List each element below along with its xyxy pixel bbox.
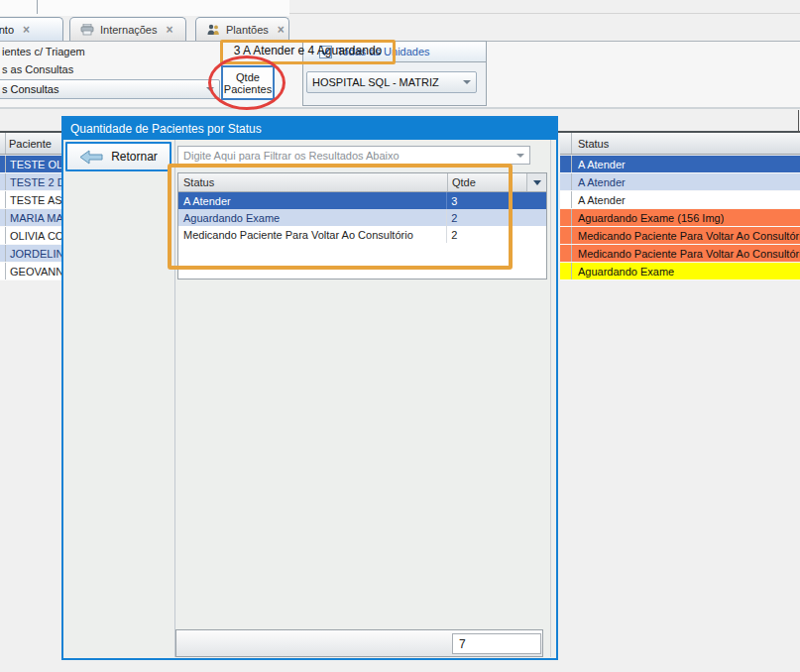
- patient-name: JORDELINO: [6, 248, 61, 260]
- total-count-box: 7: [452, 633, 541, 654]
- patient-name: TESTE ASDA: [6, 194, 61, 206]
- combo-value: s Consultas: [2, 83, 58, 95]
- chevron-down-icon: [463, 80, 471, 84]
- consultas-combobox[interactable]: s Consultas: [0, 79, 220, 99]
- row-indicator-column: [560, 133, 572, 154]
- status-cell: Medicando Paciente Para Voltar Ao Consul…: [178, 226, 447, 243]
- dialog-panel-divider: [174, 140, 175, 657]
- tab-label: imento: [0, 24, 14, 36]
- app-window: imento × Internações × Plantões × ientes…: [0, 0, 800, 672]
- qtde-header-cell[interactable]: Qtde: [448, 173, 526, 191]
- qtde-button-line2: Pacientes: [224, 83, 272, 95]
- table-row[interactable]: Aguardando Exame (156 Img): [560, 209, 800, 227]
- table-row[interactable]: TESTE ASDA: [0, 191, 61, 209]
- table-row[interactable]: A Atender: [560, 191, 800, 209]
- tab-plantoes[interactable]: Plantões ×: [195, 17, 289, 42]
- checkmark-icon: [320, 47, 331, 57]
- status-column-header[interactable]: Status: [560, 133, 800, 155]
- table-row[interactable]: Medicando Paciente Para Voltar Ao Consul…: [178, 226, 546, 243]
- todas-unidades-row[interactable]: Todas as Unidades: [302, 41, 487, 62]
- status-badge: A Atender: [572, 159, 626, 170]
- row-indicator: [560, 209, 572, 226]
- column-header-label: Status: [572, 138, 609, 150]
- label-consultas: s as Consultas: [2, 63, 73, 75]
- table-row[interactable]: Medicando Paciente Para Voltar Ao Consul…: [560, 245, 800, 263]
- status-badge: A Atender: [572, 194, 626, 206]
- table-row[interactable]: TESTE OLIVI: [0, 156, 61, 173]
- patient-name: MARIA MARI: [6, 212, 61, 224]
- dialog-title-bar[interactable]: Quantidade de Pacientes por Status: [63, 118, 556, 140]
- top-strip-divider: [37, 0, 38, 14]
- patient-name: TESTE OLIVI: [6, 159, 61, 170]
- column-header-label: Paciente: [6, 138, 52, 150]
- retornar-label: Retornar: [111, 150, 158, 164]
- status-badge: Aguardando Exame: [572, 266, 674, 278]
- row-indicator: [560, 227, 572, 244]
- dialog-panel-right-line: [550, 140, 551, 657]
- close-icon[interactable]: ×: [166, 23, 172, 37]
- status-badge: Medicando Paciente Para Voltar Ao Consul…: [572, 248, 800, 260]
- row-indicator: [560, 263, 572, 280]
- top-strip: [0, 0, 289, 16]
- status-cell: Aguardando Exame: [178, 209, 447, 226]
- row-indicator: [560, 156, 572, 172]
- unit-combobox[interactable]: HOSPITAL SQL - MATRIZ: [306, 71, 477, 93]
- chevron-down-icon: [516, 154, 524, 158]
- table-row[interactable]: A Atender 3: [178, 192, 546, 209]
- tab-internacoes[interactable]: Internações ×: [69, 17, 186, 42]
- table-header-row: Status Qtde: [178, 173, 546, 192]
- table-row[interactable]: JORDELINO: [0, 245, 61, 263]
- table-row[interactable]: GEOVANNA: [0, 263, 61, 280]
- row-indicator: [560, 191, 572, 208]
- filter-placeholder: Digite Aqui para Filtrar os Resultados A…: [183, 150, 400, 162]
- patient-name: TESTE 2 DO: [6, 176, 61, 188]
- panel-right-edge: [798, 110, 799, 133]
- dialog-filter-combobox[interactable]: Digite Aqui para Filtrar os Resultados A…: [177, 146, 530, 165]
- todas-unidades-label: Todas as Unidades: [337, 46, 430, 57]
- todas-unidades-checkbox[interactable]: [319, 46, 332, 58]
- retornar-button[interactable]: Retornar: [65, 142, 171, 171]
- qtde-pacientes-dialog: Quantidade de Pacientes por Status Retor…: [61, 116, 558, 660]
- qtde-pacientes-button[interactable]: Qtde Pacientes: [221, 65, 275, 100]
- table-row[interactable]: MARIA MARI: [0, 209, 61, 227]
- status-grid: A Atender A Atender A Atender Aguardando…: [560, 156, 800, 280]
- row-indicator: [560, 245, 572, 262]
- patient-name: OLIVIA COS: [6, 230, 61, 242]
- status-header-cell[interactable]: Status: [178, 173, 448, 191]
- people-icon: [206, 24, 220, 36]
- combo-value: HOSPITAL SQL - MATRIZ: [312, 76, 439, 88]
- table-row[interactable]: Medicando Paciente Para Voltar Ao Consul…: [560, 227, 800, 245]
- patient-name: GEOVANNA: [6, 266, 61, 278]
- paciente-column-header[interactable]: Paciente: [0, 133, 61, 155]
- row-indicator: [560, 173, 572, 190]
- table-row[interactable]: Aguardando Exame 2: [178, 209, 546, 226]
- status-badge: Aguardando Exame (156 Img): [572, 212, 724, 224]
- band-bottom-line: [0, 107, 800, 109]
- qtde-cell: 3: [447, 192, 546, 209]
- dialog-footer-bar: 7: [175, 629, 543, 657]
- tab-label: Internações: [100, 24, 157, 36]
- table-row[interactable]: A Atender: [560, 173, 800, 191]
- table-row[interactable]: A Atender: [560, 156, 800, 173]
- dialog-title: Quantidade de Pacientes por Status: [70, 122, 262, 136]
- qtde-cell: 2: [447, 209, 546, 226]
- close-icon[interactable]: ×: [23, 23, 30, 37]
- close-icon[interactable]: ×: [278, 23, 285, 37]
- status-badge: Medicando Paciente Para Voltar Ao Consul…: [572, 230, 800, 242]
- status-count-table: Status Qtde A Atender 3 Aguardando Exame…: [177, 172, 547, 280]
- arrow-left-icon: [79, 150, 103, 165]
- tab-atendimento[interactable]: imento ×: [0, 17, 63, 42]
- label-triagem: ientes c/ Triagem: [2, 46, 85, 57]
- patients-grid: TESTE OLIVI TESTE 2 DO TESTE ASDA MARIA …: [0, 156, 61, 280]
- column-filter-button[interactable]: [526, 173, 546, 191]
- printer-icon: [80, 24, 94, 36]
- qtde-button-line1: Qtde: [236, 71, 260, 83]
- filter-dropdown-icon: [533, 180, 541, 185]
- chevron-down-icon: [206, 87, 214, 91]
- qtde-cell: 2: [447, 226, 546, 243]
- status-cell: A Atender: [178, 192, 447, 209]
- table-row[interactable]: OLIVIA COS: [0, 227, 61, 245]
- status-badge: A Atender: [572, 176, 626, 188]
- table-row[interactable]: Aguardando Exame: [560, 263, 800, 280]
- table-row[interactable]: TESTE 2 DO: [0, 173, 61, 191]
